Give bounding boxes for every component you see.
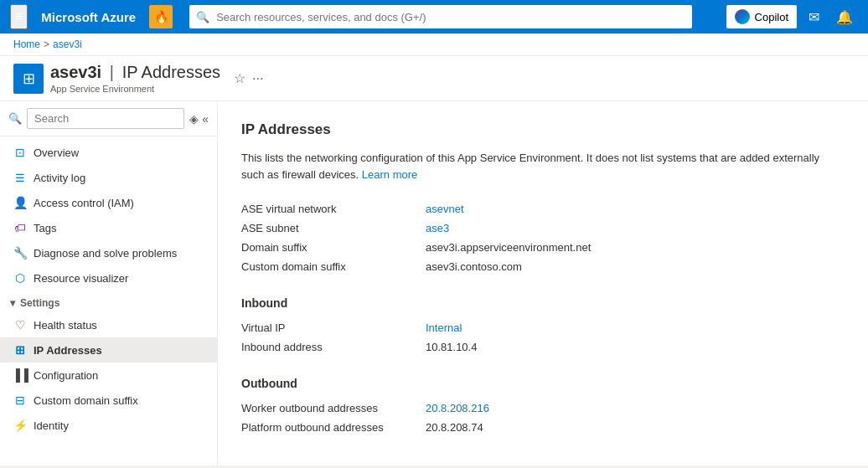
- configuration-icon: ▐▐: [13, 368, 27, 382]
- page-header: ⊞ asev3i | IP Addresses App Service Envi…: [0, 56, 868, 101]
- sidebar-label-diagnose: Diagnose and solve problems: [34, 247, 177, 260]
- resource-icon: ⊞: [13, 64, 44, 94]
- sidebar-item-overview[interactable]: ⊡ Overview: [0, 140, 217, 165]
- sidebar-pin-button[interactable]: ◈: [189, 112, 199, 126]
- field-value-ase-vnet[interactable]: asevnet: [426, 199, 828, 219]
- breadcrumb-sep1: >: [44, 39, 49, 50]
- inbound-section-label: Inbound: [241, 296, 845, 310]
- sidebar-search-container: 🔍 ◈ «: [0, 101, 217, 136]
- field-label-virtual-ip: Virtual IP: [241, 318, 426, 337]
- info-text: This lists the networking configuration …: [241, 150, 845, 183]
- resource-visualizer-icon: ⬡: [13, 271, 27, 285]
- page-header-actions: ☆ ···: [234, 70, 263, 86]
- fire-icon: 🔥: [154, 10, 168, 23]
- settings-chevron-icon: ▾: [10, 297, 15, 309]
- identity-icon: ⚡: [13, 419, 27, 432]
- learn-more-link[interactable]: Learn more: [362, 168, 417, 181]
- resource-name: asev3i: [50, 63, 101, 81]
- field-label-domain-suffix: Domain suffix: [241, 238, 426, 257]
- copilot-label: Copilot: [755, 11, 788, 23]
- field-label-worker-outbound: Worker outbound addresses: [241, 399, 426, 418]
- field-value-ase-subnet[interactable]: ase3: [426, 219, 828, 238]
- header-separator: |: [110, 63, 114, 81]
- nav-icon-box: 🔥: [149, 5, 173, 28]
- field-value-inbound-address: 10.81.10.4: [426, 337, 828, 357]
- outbound-section-label: Outbound: [241, 377, 845, 390]
- sidebar-collapse-button[interactable]: «: [202, 112, 209, 126]
- table-row: Custom domain suffix asev3i.contoso.com: [241, 257, 828, 276]
- global-search-icon: 🔍: [196, 11, 209, 23]
- field-value-virtual-ip[interactable]: Internal: [426, 318, 828, 337]
- sidebar-search-input[interactable]: [27, 108, 184, 129]
- ip-addresses-icon: ⊞: [13, 343, 27, 357]
- activity-log-icon: ☰: [13, 171, 27, 184]
- global-search-container: 🔍: [189, 5, 692, 28]
- sidebar-item-health-status[interactable]: ♡ Health status: [0, 312, 217, 337]
- sidebar-label-configuration: Configuration: [34, 369, 98, 382]
- sidebar-item-tags[interactable]: 🏷 Tags: [0, 215, 217, 240]
- sidebar-item-identity[interactable]: ⚡ Identity: [0, 413, 217, 438]
- notification-icon[interactable]: 🔔: [831, 6, 858, 28]
- table-row: ASE virtual network asevnet: [241, 199, 828, 219]
- field-label-ase-vnet: ASE virtual network: [241, 199, 426, 219]
- field-value-worker-outbound[interactable]: 20.8.208.216: [426, 399, 828, 418]
- settings-section-header[interactable]: ▾ Settings: [0, 291, 217, 312]
- breadcrumb-home[interactable]: Home: [13, 39, 40, 50]
- sidebar-item-activity-log[interactable]: ☰ Activity log: [0, 165, 217, 190]
- field-label-platform-outbound: Platform outbound addresses: [241, 418, 426, 437]
- sidebar-label-custom-domain: Custom domain suffix: [34, 394, 138, 407]
- field-label-custom-domain: Custom domain suffix: [241, 257, 426, 276]
- top-nav: ≡ Microsoft Azure 🔥 🔍 Copilot ✉ 🔔: [0, 0, 868, 33]
- field-value-domain-suffix: asev3i.appserviceenvironment.net: [426, 238, 828, 257]
- global-search-input[interactable]: [189, 5, 692, 28]
- sidebar-item-ip-addresses[interactable]: ⊞ IP Addresses: [0, 337, 217, 363]
- page-name: IP Addresses: [122, 63, 220, 81]
- sidebar-search-icon: 🔍: [8, 112, 22, 125]
- field-label-ase-subnet: ASE subnet: [241, 219, 426, 238]
- sidebar-label-activity-log: Activity log: [34, 172, 85, 184]
- sidebar-label-ip-addresses: IP Addresses: [34, 344, 102, 357]
- sidebar-item-diagnose[interactable]: 🔧 Diagnose and solve problems: [0, 240, 217, 265]
- tags-icon: 🏷: [13, 221, 27, 234]
- settings-section-label: Settings: [20, 297, 59, 309]
- diagnose-icon: 🔧: [13, 246, 27, 260]
- copilot-button[interactable]: Copilot: [726, 5, 797, 28]
- health-status-icon: ♡: [13, 318, 27, 332]
- field-label-inbound-address: Inbound address: [241, 337, 426, 357]
- nav-right: Copilot ✉ 🔔: [726, 5, 858, 28]
- sidebar-item-resource-visualizer[interactable]: ⬡ Resource visualizer: [0, 265, 217, 291]
- field-value-custom-domain: asev3i.contoso.com: [426, 257, 828, 276]
- sidebar-item-custom-domain[interactable]: ⊟ Custom domain suffix: [0, 388, 217, 413]
- breadcrumb-current[interactable]: asev3i: [53, 39, 82, 50]
- brand-name: Microsoft Azure: [34, 10, 142, 24]
- main-layout: 🔍 ◈ « ⊡ Overview ☰ Activity log 👤 Access…: [0, 101, 868, 465]
- sidebar-item-configuration[interactable]: ▐▐ Configuration: [0, 363, 217, 388]
- network-config-table: ASE virtual network asevnet ASE subnet a…: [241, 199, 828, 276]
- sidebar-label-identity: Identity: [34, 419, 69, 432]
- access-control-icon: 👤: [13, 196, 27, 209]
- table-row: Inbound address 10.81.10.4: [241, 337, 828, 357]
- table-row: Virtual IP Internal: [241, 318, 828, 337]
- page-subtitle: App Service Environment: [50, 84, 220, 94]
- hamburger-menu[interactable]: ≡: [10, 4, 28, 29]
- sidebar-label-tags: Tags: [34, 222, 56, 234]
- sidebar-label-resource-visualizer: Resource visualizer: [34, 272, 128, 285]
- custom-domain-icon: ⊟: [13, 393, 27, 407]
- page-header-text: asev3i | IP Addresses App Service Enviro…: [50, 63, 220, 94]
- copilot-icon: [735, 9, 750, 24]
- content-area: IP Addresses This lists the networking c…: [218, 101, 868, 465]
- inbound-table: Virtual IP Internal Inbound address 10.8…: [241, 318, 828, 357]
- sidebar: 🔍 ◈ « ⊡ Overview ☰ Activity log 👤 Access…: [0, 101, 218, 465]
- more-options-button[interactable]: ···: [252, 71, 263, 86]
- sidebar-label-overview: Overview: [34, 147, 79, 159]
- sidebar-item-access-control[interactable]: 👤 Access control (IAM): [0, 190, 217, 215]
- table-row: Worker outbound addresses 20.8.208.216: [241, 399, 828, 418]
- breadcrumb: Home > asev3i: [0, 33, 868, 56]
- mail-icon[interactable]: ✉: [803, 6, 824, 28]
- favorite-button[interactable]: ☆: [234, 70, 245, 86]
- field-value-platform-outbound: 20.8.208.74: [426, 418, 828, 437]
- sidebar-nav: ⊡ Overview ☰ Activity log 👤 Access contr…: [0, 136, 217, 465]
- table-row: ASE subnet ase3: [241, 219, 828, 238]
- table-row: Platform outbound addresses 20.8.208.74: [241, 418, 828, 437]
- overview-icon: ⊡: [13, 146, 27, 159]
